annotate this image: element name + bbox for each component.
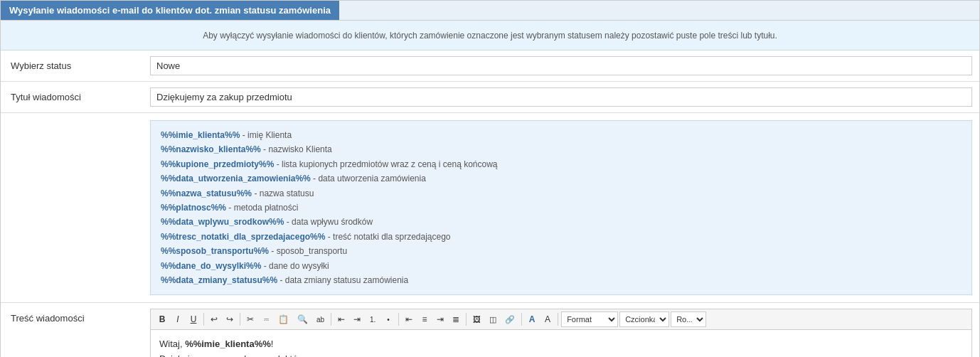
- var-item-9: %%sposob_transportu%% - sposob_transport…: [161, 244, 962, 258]
- insert-table-button[interactable]: ◫: [486, 311, 500, 327]
- sep-5: [466, 313, 467, 326]
- sep-7: [558, 313, 558, 326]
- editor-content[interactable]: Witaj, %%imie_klienta%%! Dziękujemy za z…: [150, 329, 972, 357]
- font-color-button[interactable]: A: [525, 311, 539, 327]
- sep-1: [203, 313, 204, 326]
- title-field-container: [143, 82, 979, 112]
- title-row: Tytuł wiadomości: [1, 82, 979, 113]
- window-title: Wysyłanie wiadomości e-mail do klientów …: [1, 1, 339, 20]
- var-item-1: %%imie_klienta%% - imię Klienta: [161, 128, 962, 142]
- variables-box: %%imie_klienta%% - imię Klienta %%nazwis…: [150, 120, 972, 295]
- replace-button[interactable]: ab: [313, 311, 328, 327]
- bold-button[interactable]: B: [155, 311, 169, 327]
- italic-button[interactable]: I: [171, 311, 185, 327]
- align-right-button[interactable]: ⇥: [433, 311, 447, 327]
- var-item-10: %%dane_do_wysylki%% - dane do wysyłki: [161, 259, 962, 273]
- copy-button[interactable]: ⎓: [259, 311, 273, 327]
- find-button[interactable]: 🔍: [294, 311, 311, 327]
- undo-button[interactable]: ↩: [207, 311, 221, 327]
- editor-var-imie: %%imie_klienta%%: [185, 339, 271, 349]
- editor-line-1: Witaj, %%imie_klienta%%!: [159, 337, 963, 352]
- content-label: Treść wiadomości: [1, 303, 143, 331]
- sep-3: [331, 313, 331, 326]
- status-input[interactable]: [150, 56, 972, 75]
- content-row: Treść wiadomości B I U ↩ ↪ ✂ ⎓ 📋 🔍 ab: [1, 303, 979, 357]
- sep-2: [240, 313, 240, 326]
- title-bar-wrapper: Wysyłanie wiadomości e-mail do klientów …: [1, 1, 979, 21]
- title-input[interactable]: [150, 87, 972, 107]
- insert-image-button[interactable]: 🖼: [469, 311, 484, 327]
- var-item-5: %%nazwa_statusu%% - nazwa statusu: [161, 186, 962, 201]
- editor-toolbar: B I U ↩ ↪ ✂ ⎓ 📋 🔍 ab ⇤ ⇥ 1. •: [150, 309, 972, 329]
- paste-button[interactable]: 📋: [275, 311, 292, 327]
- title-label: Tytuł wiadomości: [1, 82, 143, 112]
- font-select[interactable]: Czcionka Arial Times New Roman: [619, 311, 669, 327]
- status-row: Wybierz status: [1, 50, 979, 82]
- variables-row: %%imie_klienta%% - imię Klienta %%nazwis…: [1, 113, 979, 303]
- variables-right: %%imie_klienta%% - imię Klienta %%nazwis…: [143, 113, 979, 302]
- size-select[interactable]: Ro... 12 14: [671, 311, 706, 327]
- info-text: Aby wyłączyć wysyłanie wiadomości do kli…: [203, 31, 777, 41]
- var-item-8: %%tresc_notatki_dla_sprzedajacego%% - tr…: [161, 230, 962, 244]
- sep-4: [398, 313, 399, 326]
- status-field-container: [143, 50, 979, 81]
- content-field-container: B I U ↩ ↪ ✂ ⎓ 📋 🔍 ab ⇤ ⇥ 1. •: [143, 303, 979, 357]
- var-item-3: %%kupione_przedmioty%% - lista kupionych…: [161, 157, 962, 171]
- form-body: Aby wyłączyć wysyłanie wiadomości do kli…: [1, 21, 979, 357]
- indent-button[interactable]: ⇥: [350, 311, 364, 327]
- format-select[interactable]: Format Heading 1 Heading 2 Paragraph: [561, 311, 618, 327]
- bg-color-button[interactable]: A: [540, 311, 555, 327]
- align-justify-button[interactable]: ≣: [449, 311, 463, 327]
- var-item-7: %%data_wplywu_srodkow%% - data wpływu śr…: [161, 215, 962, 229]
- align-center-button[interactable]: ≡: [417, 311, 432, 327]
- info-bar: Aby wyłączyć wysyłanie wiadomości do kli…: [1, 21, 979, 50]
- editor-line-2: Dziękujemy za za zakup produktów:: [159, 352, 963, 357]
- var-item-2: %%nazwisko_klienta%% - nazwisko Klienta: [161, 142, 962, 156]
- unordered-list-button[interactable]: •: [381, 311, 395, 327]
- main-window: Wysyłanie wiadomości e-mail do klientów …: [0, 0, 980, 357]
- ordered-list-button[interactable]: 1.: [366, 311, 380, 327]
- insert-link-button[interactable]: 🔗: [501, 311, 518, 327]
- status-label: Wybierz status: [1, 50, 143, 81]
- redo-button[interactable]: ↪: [223, 311, 237, 327]
- cut-button[interactable]: ✂: [243, 311, 257, 327]
- sep-6: [521, 313, 522, 326]
- var-item-4: %%data_utworzenia_zamowienia%% - data ut…: [161, 171, 962, 186]
- var-item-6: %%platnosc%% - metoda płatności: [161, 201, 962, 215]
- outdent-button[interactable]: ⇤: [334, 311, 348, 327]
- align-left-button[interactable]: ⇤: [402, 311, 416, 327]
- underline-button[interactable]: U: [186, 311, 201, 327]
- var-item-11: %%data_zmiany_statusu%% - data zmiany st…: [161, 273, 962, 287]
